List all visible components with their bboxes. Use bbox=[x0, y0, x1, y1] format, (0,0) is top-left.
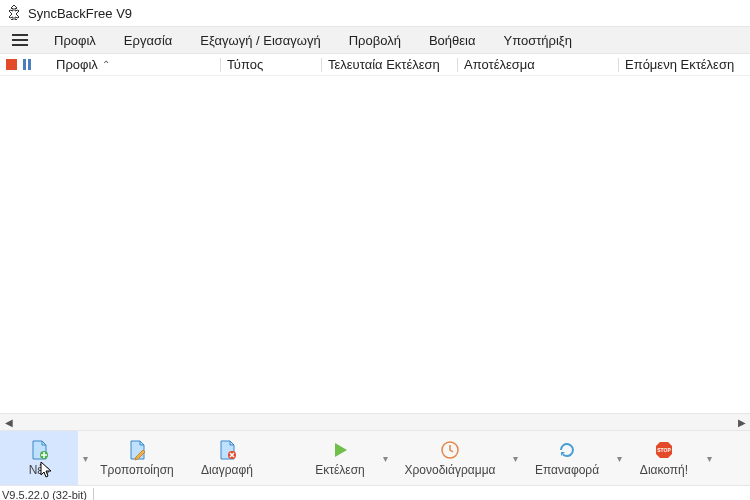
sort-indicator-icon: ⌃ bbox=[102, 59, 110, 70]
play-icon bbox=[329, 439, 351, 461]
column-last-run-label: Τελευταία Εκτέλεση bbox=[328, 57, 440, 72]
pause-icon[interactable] bbox=[23, 59, 31, 70]
version-label: V9.5.22.0 (32-bit) bbox=[2, 489, 87, 500]
column-result[interactable]: Αποτέλεσμα bbox=[458, 54, 618, 76]
menu-export-import[interactable]: Εξαγωγή / Εισαγωγή bbox=[186, 26, 334, 54]
app-icon bbox=[6, 4, 22, 23]
document-edit-icon bbox=[126, 439, 148, 461]
menu-job[interactable]: Εργασία bbox=[110, 26, 187, 54]
horizontal-scrollbar[interactable]: ◀ ▶ bbox=[0, 413, 750, 430]
svg-text:STOP: STOP bbox=[657, 447, 671, 453]
column-type[interactable]: Τύπος bbox=[221, 54, 321, 76]
stop-button[interactable]: STOP Διακοπή! bbox=[626, 431, 702, 485]
scroll-track[interactable] bbox=[17, 414, 733, 431]
stop-icon[interactable] bbox=[6, 59, 17, 70]
new-button-dropdown[interactable]: ▾ bbox=[78, 453, 92, 464]
modify-button-label: Τροποποίηση bbox=[100, 463, 173, 477]
column-header-row: Προφιλ ⌃ Τύπος Τελευταία Εκτέλεση Αποτέλ… bbox=[0, 54, 750, 76]
run-button-label: Εκτέλεση bbox=[315, 463, 365, 477]
menu-support[interactable]: Υποστήριξη bbox=[489, 26, 585, 54]
delete-button[interactable]: Διαγραφή bbox=[182, 431, 272, 485]
restore-button-dropdown[interactable]: ▾ bbox=[612, 453, 626, 464]
run-button-dropdown[interactable]: ▾ bbox=[378, 453, 392, 464]
stop-button-dropdown[interactable]: ▾ bbox=[702, 453, 716, 464]
restore-button[interactable]: Επαναφορά bbox=[522, 431, 612, 485]
app-title: SyncBackFree V9 bbox=[28, 6, 132, 21]
column-next-run-label: Επόμενη Εκτέλεση bbox=[625, 57, 734, 72]
column-type-label: Τύπος bbox=[227, 57, 263, 72]
status-bar: V9.5.22.0 (32-bit) bbox=[0, 486, 750, 500]
scroll-left-icon[interactable]: ◀ bbox=[0, 414, 17, 431]
column-result-label: Αποτέλεσμα bbox=[464, 57, 535, 72]
clock-icon bbox=[439, 439, 461, 461]
schedule-button[interactable]: Χρονοδιάγραμμα bbox=[392, 431, 508, 485]
hamburger-menu-button[interactable] bbox=[0, 26, 40, 54]
action-toolbar: Νέο ▾ Τροποποίηση Διαγραφή Εκτέλεση ▾ Χρ… bbox=[0, 430, 750, 486]
modify-button[interactable]: Τροποποίηση bbox=[92, 431, 182, 485]
run-button[interactable]: Εκτέλεση bbox=[302, 431, 378, 485]
profile-grid[interactable] bbox=[0, 76, 750, 413]
new-button-label: Νέο bbox=[29, 463, 50, 477]
column-profile[interactable]: Προφιλ ⌃ bbox=[50, 54, 220, 76]
new-button[interactable]: Νέο bbox=[0, 431, 78, 485]
schedule-button-dropdown[interactable]: ▾ bbox=[508, 453, 522, 464]
stop-button-label: Διακοπή! bbox=[640, 463, 688, 477]
delete-button-label: Διαγραφή bbox=[201, 463, 253, 477]
column-profile-label: Προφιλ bbox=[56, 57, 98, 72]
column-next-run[interactable]: Επόμενη Εκτέλεση bbox=[619, 54, 750, 76]
schedule-button-label: Χρονοδιάγραμμα bbox=[405, 463, 496, 477]
row-action-icons bbox=[0, 59, 50, 70]
column-last-run[interactable]: Τελευταία Εκτέλεση bbox=[322, 54, 457, 76]
status-separator bbox=[93, 488, 94, 500]
title-bar: SyncBackFree V9 bbox=[0, 0, 750, 26]
document-delete-icon bbox=[216, 439, 238, 461]
stop-sign-icon: STOP bbox=[653, 439, 675, 461]
scroll-right-icon[interactable]: ▶ bbox=[733, 414, 750, 431]
menu-bar: Προφιλ Εργασία Εξαγωγή / Εισαγωγή Προβολ… bbox=[0, 26, 750, 54]
menu-profile[interactable]: Προφιλ bbox=[40, 26, 110, 54]
menu-help[interactable]: Βοήθεια bbox=[415, 26, 490, 54]
menu-view[interactable]: Προβολή bbox=[335, 26, 415, 54]
document-new-icon bbox=[28, 439, 50, 461]
refresh-icon bbox=[556, 439, 578, 461]
restore-button-label: Επαναφορά bbox=[535, 463, 599, 477]
